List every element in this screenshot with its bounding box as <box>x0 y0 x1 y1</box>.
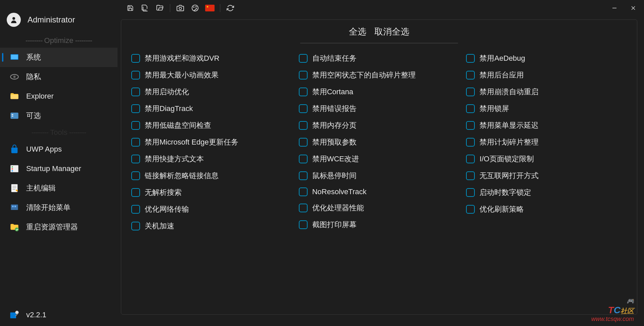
option-checkbox[interactable]: 禁用AeDebug <box>466 53 627 63</box>
sidebar-item-uwp[interactable]: UWP Apps <box>0 140 118 159</box>
checkbox-icon[interactable] <box>131 205 140 214</box>
checkbox-icon[interactable] <box>466 121 475 130</box>
sidebar-item-system[interactable]: 系统 <box>0 48 118 67</box>
checkbox-icon[interactable] <box>131 54 140 63</box>
option-checkbox[interactable]: 禁用启动优化 <box>131 87 292 97</box>
option-checkbox[interactable]: 禁用崩溃自动重启 <box>466 87 627 97</box>
option-label: NoResolveTrack <box>312 187 367 196</box>
option-checkbox[interactable]: 优化刷新策略 <box>466 204 627 214</box>
save-icon[interactable] <box>124 1 137 15</box>
option-checkbox[interactable]: 禁用错误报告 <box>299 104 460 114</box>
checkbox-icon[interactable] <box>466 54 475 63</box>
checkbox-icon[interactable] <box>299 121 308 130</box>
option-label: 禁用AeDebug <box>479 53 525 63</box>
open-folder-icon[interactable] <box>153 1 167 15</box>
refresh-icon[interactable] <box>224 1 237 15</box>
checkbox-icon[interactable] <box>131 155 140 163</box>
checkbox-icon[interactable] <box>466 188 475 197</box>
checkbox-icon[interactable] <box>299 187 308 196</box>
option-label: 禁用错误报告 <box>312 104 357 114</box>
save-all-icon[interactable] <box>138 1 152 15</box>
option-checkbox[interactable]: 禁用低磁盘空间检查 <box>131 120 292 130</box>
close-button[interactable] <box>625 1 641 15</box>
svg-rect-14 <box>10 113 18 119</box>
option-checkbox[interactable]: 禁用Microsoft Edge更新任务 <box>131 137 292 147</box>
checkbox-icon[interactable] <box>466 205 475 214</box>
sidebar-item-hostedit[interactable]: 主机编辑 <box>0 178 118 198</box>
option-checkbox[interactable]: I/O页面锁定限制 <box>466 154 627 164</box>
checkbox-icon[interactable] <box>131 104 140 113</box>
option-label: 禁用游戏栏和游戏DVR <box>145 53 219 63</box>
option-checkbox[interactable]: 禁用空闲状态下的自动碎片整理 <box>299 70 460 80</box>
option-checkbox[interactable]: 禁用菜单显示延迟 <box>466 120 627 130</box>
option-checkbox[interactable]: 禁用快捷方式文本 <box>131 154 292 164</box>
checkbox-icon[interactable] <box>466 88 475 96</box>
sidebar-item-explorer[interactable]: Explorer <box>0 87 118 106</box>
sidebar-item-label: Startup Manager <box>26 164 81 173</box>
checkbox-icon[interactable] <box>299 138 308 147</box>
option-checkbox[interactable]: 禁用Cortana <box>299 87 460 97</box>
svg-rect-15 <box>12 114 13 115</box>
option-checkbox[interactable]: 启动时数字锁定 <box>466 187 627 198</box>
checkbox-icon[interactable] <box>131 71 140 79</box>
checkbox-icon[interactable] <box>131 188 140 197</box>
sidebar-item-label: 主机编辑 <box>26 183 56 193</box>
option-label: 禁用最大最小动画效果 <box>145 70 219 80</box>
option-checkbox[interactable]: 优化处理器性能 <box>299 203 460 213</box>
option-checkbox[interactable]: 关机加速 <box>131 221 292 231</box>
select-all-button[interactable]: 全选 <box>349 26 366 38</box>
minimize-button[interactable] <box>606 1 623 15</box>
palette-icon[interactable] <box>188 1 202 15</box>
checkbox-icon[interactable] <box>299 54 308 63</box>
option-checkbox[interactable]: 无解析搜索 <box>131 187 292 198</box>
sidebar-item-privacy[interactable]: 隐私 <box>0 67 118 87</box>
option-checkbox[interactable]: 禁用计划碎片整理 <box>466 137 627 147</box>
sidebar-item-label: 可选 <box>26 111 41 121</box>
checkbox-icon[interactable] <box>299 104 308 113</box>
option-checkbox[interactable]: 自动结束任务 <box>299 53 460 63</box>
checkbox-icon[interactable] <box>299 171 308 180</box>
sidebar-item-optional[interactable]: 可选 <box>0 106 118 125</box>
svg-rect-13 <box>10 95 18 99</box>
checkbox-icon[interactable] <box>466 155 475 163</box>
checkbox-icon[interactable] <box>299 88 308 96</box>
checkbox-icon[interactable] <box>299 204 308 212</box>
option-checkbox[interactable]: NoResolveTrack <box>299 187 460 196</box>
option-checkbox[interactable]: 禁用内存分页 <box>299 120 460 130</box>
option-checkbox[interactable]: 禁用预取参数 <box>299 137 460 147</box>
options-panel: 全选 取消全选 禁用游戏栏和游戏DVR禁用最大最小动画效果禁用启动优化禁用Dia… <box>121 19 637 315</box>
option-checkbox[interactable]: 无互联网打开方式 <box>466 171 627 181</box>
option-checkbox[interactable]: 禁用DiagTrack <box>131 104 292 114</box>
language-flag-icon[interactable] <box>203 1 217 15</box>
checkbox-icon[interactable] <box>466 71 475 79</box>
sidebar-item-restartexp[interactable]: 重启资源管理器 <box>0 217 118 237</box>
checkbox-icon[interactable] <box>466 171 475 180</box>
checkbox-icon[interactable] <box>131 171 140 180</box>
sidebar-item-startup[interactable]: Startup Manager <box>0 159 118 178</box>
camera-icon[interactable] <box>174 1 187 15</box>
option-checkbox[interactable]: 禁用游戏栏和游戏DVR <box>131 53 292 63</box>
checkbox-icon[interactable] <box>466 138 475 147</box>
option-checkbox[interactable]: 鼠标悬停时间 <box>299 171 460 181</box>
option-checkbox[interactable]: 禁用最大最小动画效果 <box>131 70 292 80</box>
option-checkbox[interactable]: 优化网络传输 <box>131 204 292 214</box>
option-checkbox[interactable]: 禁用WCE改进 <box>299 154 460 164</box>
checkbox-icon[interactable] <box>131 222 140 230</box>
option-checkbox[interactable]: 禁用后台应用 <box>466 70 627 80</box>
checkbox-icon[interactable] <box>131 138 140 147</box>
option-checkbox[interactable]: 截图打印屏幕 <box>299 220 460 230</box>
checkbox-icon[interactable] <box>299 71 308 79</box>
divider <box>300 43 458 43</box>
checkbox-icon[interactable] <box>131 88 140 96</box>
checkbox-icon[interactable] <box>299 220 308 229</box>
option-checkbox[interactable]: 链接解析忽略链接信息 <box>131 171 292 181</box>
checkbox-icon[interactable] <box>466 104 475 113</box>
option-checkbox[interactable]: 禁用锁屏 <box>466 104 627 114</box>
svg-point-2 <box>193 7 194 7</box>
version-row: v2.2.1 <box>0 304 118 326</box>
sidebar-item-clearstart[interactable]: 清除开始菜单 <box>0 198 118 217</box>
deselect-all-button[interactable]: 取消全选 <box>374 26 409 38</box>
user-row: Administrator <box>0 13 118 34</box>
checkbox-icon[interactable] <box>131 121 140 130</box>
checkbox-icon[interactable] <box>299 155 308 163</box>
